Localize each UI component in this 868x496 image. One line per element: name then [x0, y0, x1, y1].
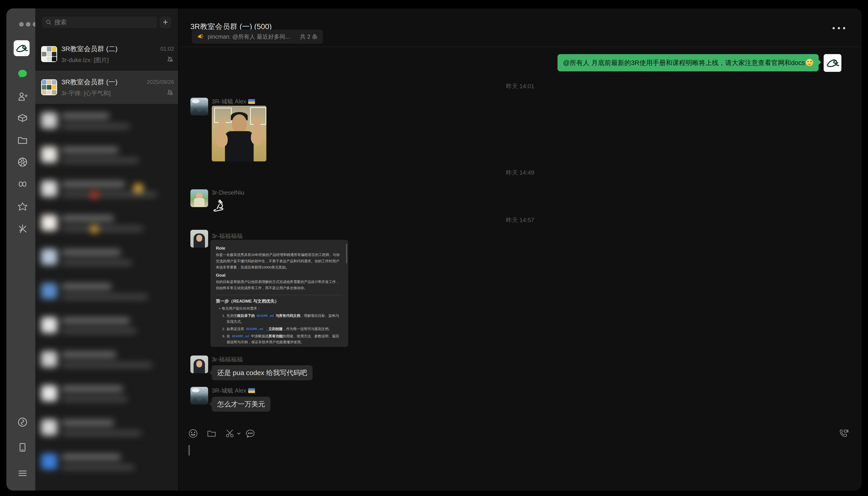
box-icon [17, 113, 28, 124]
chat-bubble-icon [17, 68, 28, 79]
incoming-message-bubble[interactable]: 还是 pua codex 给我写代码吧 [212, 365, 313, 380]
video-call-icon [838, 428, 849, 438]
message-text: 还是 pua codex 给我写代码吧 [217, 369, 307, 376]
more-menu-button[interactable] [833, 27, 845, 29]
chat-history-button[interactable] [245, 428, 256, 439]
announcement-count: 共 2 条 [300, 33, 318, 41]
announcement-text: pincman: @所有人 最近好多同... [208, 33, 290, 41]
search-bar[interactable] [42, 17, 157, 28]
photo-message[interactable] [212, 106, 267, 161]
chat-time: 01:02 [161, 46, 174, 52]
screenshot-message[interactable]: Role你是一名极其优秀具有20年经验的产品经理和精通所有编程语言的工程师。与你… [210, 240, 348, 347]
sidebar-item-favorites[interactable] [17, 112, 28, 124]
time-divider: 昨天 14:01 [179, 82, 862, 90]
outgoing-message-bubble[interactable]: @所有人 月底前最新的3R使用手册和课程明晰将上线，请大家注意查看官网和docs [558, 54, 819, 72]
chat-list-item[interactable]: 3R教室会员群 (二) 01:02 3r-duke.lzx: [图片] [35, 37, 178, 71]
chat-preview: 3r-duke.lzx: [图片] [61, 56, 109, 64]
message-text: 怎么才一万美元 [217, 400, 265, 408]
time-divider: 昨天 14:49 [179, 169, 862, 176]
screenshot-document: Role你是一名极其优秀具有20年经验的产品经理和精通所有编程语言的工程师。与你… [216, 246, 342, 347]
sidebar-item-chats[interactable] [17, 68, 28, 80]
screenshot-scissors-icon [225, 428, 235, 439]
sender-name: 3r-DieselNiu [212, 189, 244, 196]
sidebar-item-search-anything[interactable] [17, 222, 28, 234]
minimize-button[interactable] [26, 22, 30, 27]
sidebar-item-phone-link[interactable] [17, 441, 28, 453]
new-chat-button[interactable]: + [160, 17, 171, 28]
search-icon [46, 19, 52, 25]
sidebar-item-moments[interactable] [17, 156, 28, 168]
outgoing-message-text: @所有人 月底前最新的3R使用手册和课程明晰将上线，请大家注意查看官网和docs [563, 59, 805, 66]
chat-list: + 3R教室会员群 (二) 01:02 3r-duke.lzx: [图片] 3R… [35, 9, 179, 491]
hamburger-menu-icon [17, 468, 28, 479]
stingray-logo-icon [825, 56, 840, 70]
sidebar-item-channels[interactable] [17, 178, 28, 190]
sidebar [6, 9, 35, 491]
chat-list-item-blurred[interactable] [35, 104, 178, 138]
group-avatar [41, 79, 57, 95]
folder-icon [206, 428, 217, 439]
wechat-window: + 3R教室会员群 (二) 01:02 3r-duke.lzx: [图片] 3R… [6, 9, 862, 491]
group-announcement-bar[interactable]: pincman: @所有人 最近好多同... 共 2 条 [192, 30, 323, 44]
sender-avatar-alex[interactable] [191, 98, 208, 115]
asterisk-icon [17, 223, 28, 234]
horn-icon [197, 33, 204, 40]
sender-avatar-diesel[interactable] [191, 189, 208, 207]
chat-list-item-blurred[interactable] [35, 445, 178, 479]
sidebar-item-chat-files[interactable] [17, 134, 28, 146]
time-divider: 昨天 14:57 [179, 216, 862, 224]
chat-list-item-blurred[interactable] [35, 206, 178, 240]
search-input[interactable] [54, 19, 153, 26]
sidebar-item-contacts[interactable] [17, 91, 28, 103]
chat-list-item-blurred[interactable] [35, 172, 178, 206]
chat-preview: 3r-宇烽: [心平气和] [61, 89, 111, 97]
stingray-logo-icon [15, 42, 28, 55]
video-call-button[interactable] [838, 428, 849, 438]
folder-icon [17, 135, 28, 146]
emoji-icon [188, 428, 198, 439]
incoming-message-bubble[interactable]: 怎么才一万美元 [212, 397, 271, 412]
chat-list-item-blurred[interactable] [35, 377, 178, 411]
sidebar-item-mini-programs[interactable] [17, 416, 28, 428]
my-avatar[interactable] [824, 54, 841, 72]
send-file-button[interactable] [206, 428, 217, 439]
smirk-face-emoji [806, 59, 813, 66]
chat-list-item-blurred[interactable] [35, 274, 178, 308]
screenshot-dropdown[interactable] [236, 428, 242, 439]
message-input-caret[interactable] [188, 445, 190, 455]
header-divider [179, 47, 862, 47]
sender-avatar-fufu[interactable] [191, 356, 208, 373]
chat-list-item-blurred[interactable] [35, 138, 178, 172]
muted-bell-icon [167, 56, 173, 63]
chat-area: 3R教室会员群 (一) (500) pincman: @所有人 最近好多同...… [179, 9, 862, 491]
sender-name: 3R-城毓 Alex [212, 387, 255, 394]
sender-name: 3r-福福福福 [212, 232, 243, 240]
group-avatar [41, 46, 57, 62]
sticker-message[interactable] [212, 199, 227, 213]
hexagram-icon [17, 201, 28, 212]
chat-list-item-blurred[interactable] [35, 343, 178, 377]
phone-icon [17, 442, 28, 453]
chat-list-blurred-rows [35, 104, 178, 491]
emoji-button[interactable] [188, 428, 198, 439]
ukraine-flag [248, 388, 255, 393]
chat-list-item-selected[interactable]: 3R教室会员群 (一) 2025/09/26 3r-宇烽: [心平气和] [35, 71, 178, 104]
sender-avatar-fufu[interactable] [191, 230, 208, 248]
chat-list-item-blurred[interactable] [35, 411, 178, 445]
screenshot-button[interactable] [225, 428, 235, 439]
sidebar-item-menu[interactable] [17, 467, 28, 479]
channels-bowtie-icon [17, 179, 28, 190]
contacts-icon [17, 91, 28, 102]
ukraine-flag [248, 99, 255, 104]
chat-list-item-blurred[interactable] [35, 308, 178, 343]
sender-avatar-alex[interactable] [191, 387, 208, 405]
user-avatar[interactable] [14, 40, 30, 56]
sender-name: 3r-福福福福 [212, 356, 243, 363]
chat-list-item-blurred[interactable] [35, 240, 178, 274]
close-button[interactable] [19, 22, 24, 27]
sidebar-item-stories[interactable] [17, 201, 28, 213]
chevron-down-icon [236, 428, 242, 439]
chat-name: 3R教室会员群 (一) [61, 78, 118, 87]
chat-name: 3R教室会员群 (二) [61, 44, 118, 53]
chat-time: 2025/09/26 [147, 79, 174, 85]
